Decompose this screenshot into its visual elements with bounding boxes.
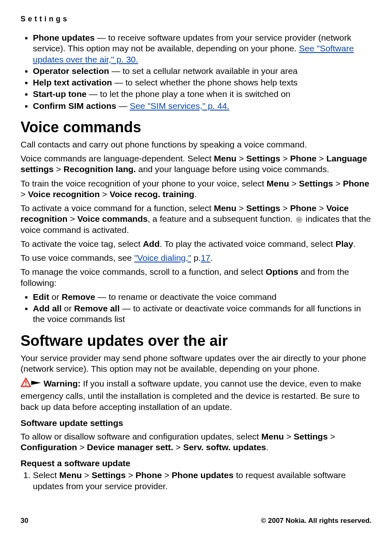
menu-path: Menu (267, 179, 289, 188)
menu-path: Phone (290, 203, 316, 213)
text: To use voice commands, see (21, 253, 134, 262)
paragraph: Call contacts and carry out phone functi… (21, 139, 371, 150)
menu-path: Menu (261, 432, 284, 441)
sep: > (100, 189, 110, 199)
paragraph: To activate the voice tag, select Add. T… (21, 239, 371, 249)
menu-path: Phone (343, 179, 369, 188)
menu-path: Menu (59, 470, 82, 480)
list-item: Confirm SIM actions — See "SIM services,… (33, 101, 371, 111)
section-heading-software-updates: Software updates over the air (21, 332, 371, 350)
option-label: Remove all (74, 304, 120, 313)
document-page: Settings Phone updates — to receive soft… (0, 0, 392, 543)
page-footer: 30 © 2007 Nokia. All rights reserved. (21, 517, 371, 525)
text: Voice commands are language-dependent. S… (21, 154, 214, 163)
text: , a feature and a subsequent function. (148, 214, 295, 223)
item-label: Help text activation (33, 78, 112, 87)
svg-rect-1 (25, 381, 27, 384)
menu-path: Menu (214, 203, 236, 213)
text: and your language before using voice com… (136, 164, 329, 174)
option-label: Edit (33, 292, 49, 301)
paragraph: To use voice commands, see "Voice dialin… (21, 253, 371, 263)
menu-path: Device manager sett. (87, 442, 173, 452)
item-label: Phone updates (33, 33, 95, 42)
text: — to rename or deactivate the voice comm… (95, 292, 277, 301)
sep: > (280, 203, 290, 213)
item-label: Start-up tone (33, 89, 87, 99)
subheading-update-settings: Software update settings (21, 418, 371, 428)
menu-path: Settings (294, 432, 328, 441)
sep: > (162, 470, 172, 480)
section-heading-voice-commands: Voice commands (21, 119, 371, 136)
list-item: Add all or Remove all — to activate or d… (33, 303, 371, 325)
list-item: Help text activation — to select whether… (33, 77, 371, 88)
text: Select (33, 470, 59, 480)
sep: > (316, 203, 326, 213)
paragraph: Voice commands are language-dependent. S… (21, 153, 371, 175)
menu-path: Phone (136, 470, 162, 480)
menu-path: Voice recog. training (110, 189, 194, 199)
warning-label: Warning: (44, 379, 81, 388)
item-label: Operator selection (33, 66, 109, 76)
warning-paragraph: Warning: If you install a software updat… (21, 377, 371, 412)
sep: > (67, 214, 77, 223)
sep: > (289, 179, 299, 188)
sep: > (333, 179, 343, 188)
text: or (62, 304, 74, 313)
ui-label: Play (336, 239, 353, 248)
ui-label: Add (143, 239, 160, 248)
menu-path: Settings (92, 470, 126, 480)
sep: > (236, 154, 246, 163)
paragraph: To train the voice recognition of your p… (21, 178, 371, 200)
option-label: Add all (33, 304, 62, 313)
menu-path: Settings (246, 203, 280, 213)
list-item: Select Menu > Settings > Phone > Phone u… (33, 470, 371, 492)
item-text: — to select whether the phone shows help… (112, 78, 298, 87)
sep: > (82, 470, 92, 480)
text: To train the voice recognition of your p… (21, 179, 267, 188)
text: To allow or disallow software and config… (21, 432, 261, 441)
text: . (353, 239, 356, 248)
item-text: — (116, 101, 130, 110)
menu-path: Serv. softw. updates (183, 442, 266, 452)
option-label: Remove (62, 292, 95, 301)
paragraph: To activate a voice command for a functi… (21, 203, 371, 235)
top-bullet-list: Phone updates — to receive software upda… (21, 32, 371, 111)
sep: > (54, 164, 64, 174)
sep: > (316, 154, 326, 163)
menu-path: Phone updates (172, 470, 234, 480)
menu-path: Phone (290, 154, 316, 163)
sep: > (236, 203, 246, 213)
ui-label: Options (265, 267, 298, 276)
list-item: Edit or Remove — to rename or deactivate… (33, 292, 371, 302)
item-text: — to let the phone play a tone when it i… (87, 89, 291, 99)
copyright-text: © 2007 Nokia. All rights reserved. (261, 517, 371, 525)
menu-path: Recognition lang. (63, 164, 136, 174)
text: . To play the activated voice command, s… (160, 239, 336, 248)
list-item: Phone updates — to receive software upda… (33, 32, 371, 65)
paragraph: To manage the voice commands, scroll to … (21, 267, 371, 288)
menu-path: Voice commands (77, 214, 148, 223)
link-voice-dialing[interactable]: "Voice dialing," (134, 253, 191, 262)
menu-path: Settings (299, 179, 333, 188)
svg-marker-3 (31, 381, 41, 385)
sep: > (21, 189, 28, 199)
text: To activate a voice command for a functi… (21, 203, 214, 213)
paragraph: Your service provider may send phone sof… (21, 353, 371, 375)
sep: > (328, 432, 335, 441)
voice-indicator-icon (296, 216, 302, 223)
text: . (194, 189, 197, 199)
link-page-17[interactable]: 17 (201, 253, 210, 262)
sep: > (280, 154, 290, 163)
request-update-steps: Select Menu > Settings > Phone > Phone u… (21, 470, 371, 492)
list-item: Operator selection — to set a cellular n… (33, 66, 371, 76)
sep: > (77, 442, 87, 452)
text: To manage the voice commands, scroll to … (21, 267, 265, 276)
text: p. (191, 253, 201, 262)
link-sim-services[interactable]: See "SIM services," p. 44. (130, 101, 230, 110)
svg-rect-2 (25, 384, 27, 386)
menu-path: Settings (246, 154, 280, 163)
menu-path: Voice recognition (28, 189, 100, 199)
sep: > (126, 470, 136, 480)
text: To activate the voice tag, select (21, 239, 143, 248)
warning-icon (21, 377, 42, 391)
